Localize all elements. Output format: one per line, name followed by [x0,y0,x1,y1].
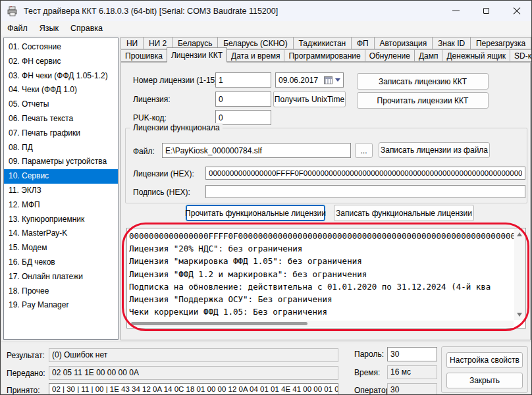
sidebar-item-pay-manager[interactable]: 19. Pay Manager [4,298,118,313]
calendar-icon [324,76,332,84]
tab-tajikistan[interactable]: Таджикистан [293,37,352,49]
printer-icon [7,6,18,16]
licenses-hex-label: Лицензии (HEX): [133,169,194,178]
received-label: Принято: [7,386,40,395]
sidebar-item-fn-service[interactable]: 02. ФН сервис [4,55,118,69]
sidebar-item-other[interactable]: 18. Прочее [4,284,118,299]
license-number-input[interactable] [215,72,271,88]
file-label: Файл: [133,147,155,156]
result-label: Результат: [7,351,45,360]
tab-strip: НИ НИ 2 Беларусь Беларусь (СКНО) Таджики… [120,37,531,62]
sidebar-item-status[interactable]: 01. Состояние [4,40,118,55]
sidebar-item-modem[interactable]: 15. Модем [4,241,118,255]
close-app-button[interactable]: Закрыть [446,373,523,388]
time-field: 16 мс [387,365,437,379]
signature-hex-input[interactable] [205,185,525,198]
sent-label: Передано: [7,369,45,378]
tab-belarus-skno[interactable]: Беларусь (СКНО) [217,37,293,49]
puk-label: PUK-код: [133,113,167,122]
operator-label: Оператор: [354,386,392,395]
licenses-output-memo[interactable]: 0000000000000000FFFF0F000000000000000000… [126,228,526,329]
menu-language[interactable]: Язык [34,22,65,34]
file-path-input[interactable] [162,143,351,158]
sidebar-item-print-text[interactable]: 06. Печать текста [4,112,118,126]
read-kkt-licenses-button[interactable]: Прочитать лицензии ККТ [357,92,489,109]
sidebar-item-print-graphics[interactable]: 07. Печать графики [4,126,118,141]
sidebar-item-checks[interactable]: 04. Чеки (ФФД 1.0) [4,83,118,97]
password-label: Пароль: [354,350,384,359]
section-list: 01. Состояние 02. ФН сервис 03. ФН чеки … [3,38,119,340]
tab-cash-drawer[interactable]: Денежный ящик [442,49,510,62]
func-licenses-group-title: Лицензии функционала [130,123,223,132]
received-field: 02 | 30 | 11 | 00 | 1E 43 34 12 0A 14 0C… [49,383,338,395]
tab-dump[interactable]: Дамп [414,49,443,62]
tab-page-licenses: Номер лицензии (1-15) 09.06.2017 Записат… [120,62,531,340]
scroll-up-icon[interactable] [517,232,522,236]
write-licenses-from-file-button[interactable]: Записать лицензии из файла [379,142,490,158]
tab-sd-card[interactable]: SD-карта [510,49,532,62]
license-date-value: 09.06.2017 [279,76,324,85]
read-func-licenses-button[interactable]: Прочитать функциональные лицензии [186,205,325,221]
vertical-scrollbar[interactable] [514,229,525,320]
license-number-label: Номер лицензии (1-15) [133,76,217,85]
get-unixtime-button[interactable]: Получить UnixTime [273,91,346,107]
properties-button[interactable]: Настройка свойств [446,352,523,368]
licenses-hex-input[interactable] [205,167,525,180]
menu-file[interactable]: Файл [1,22,34,34]
signature-hex-label: Подпись (HEX): [133,188,190,197]
maximize-button[interactable] [471,1,501,21]
sidebar-item-reports[interactable]: 05. Отчеты [4,97,118,112]
sidebar-item-check-db[interactable]: 16. БД чеков [4,255,118,270]
sent-field: 02 05 11 1E 00 00 00 0A [49,366,338,380]
sidebar-item-service[interactable]: 10. Сервис [4,169,118,184]
tab-programming[interactable]: Программирование [284,49,365,62]
sidebar-item-masterpay[interactable]: 14. MasterPay-K [4,226,118,241]
sidebar-item-mfp[interactable]: 12. МФП [4,198,118,213]
minimize-button[interactable] [440,1,471,21]
tab-reset[interactable]: Обнуление [365,49,415,62]
tab-znak-id[interactable]: Знак ID [432,37,471,49]
maximize-icon [483,8,489,14]
operator-field: 30 [387,383,437,395]
title-bar: Тест драйвера ККТ 6.18.0.3 (64-bit) [Ser… [1,1,531,21]
scroll-down-icon[interactable] [517,313,522,317]
status-panel: Результат: (0) Ошибок нет Передано: 02 0… [1,342,532,395]
tab-reboot[interactable]: Перезагрузка [470,37,531,49]
minimize-icon [452,11,460,11]
puk-input[interactable] [215,110,271,125]
menu-help[interactable]: Справка [65,22,109,34]
sidebar-item-fn-checks[interactable]: 03. ФН чеки (ФФД 1.05-1.2) [4,69,118,84]
menu-bar: Файл Язык Справка [1,21,531,36]
sidebar-item-pd[interactable]: 08. ПД [4,141,118,155]
app-window: Тест драйвера ККТ 6.18.0.3 (64-bit) [Ser… [0,0,532,395]
tab-ni[interactable]: НИ [120,37,144,49]
tab-authorization[interactable]: Авторизация [374,37,433,49]
time-label: Время: [354,368,380,377]
sidebar-item-device-params[interactable]: 09. Параметры устройства [4,155,118,169]
dropdown-arrow-icon [335,78,340,82]
horizontal-scroll-thumb[interactable] [131,322,307,325]
sidebar-item-bill-acceptor[interactable]: 13. Купюроприемник [4,213,118,227]
window-title: Тест драйвера ККТ 6.18.0.3 (64-bit) [Ser… [24,7,278,16]
sidebar-item-eklz[interactable]: 11. ЭКЛЗ [4,184,118,198]
tab-fp[interactable]: ФП [351,37,375,49]
tab-date-time[interactable]: Дата и время [226,49,284,62]
result-field: (0) Ошибок нет [49,348,338,362]
licenses-output-text: 0000000000000000FFFF0F000000000000000000… [129,230,514,320]
close-button[interactable] [501,1,531,21]
license-input[interactable] [215,92,271,107]
tab-firmware[interactable]: Прошивка [120,49,167,62]
write-func-licenses-button[interactable]: Записать функциональные лицензии [334,205,474,221]
sidebar-item-online-payments[interactable]: 17. Онлайн платежи [4,270,118,284]
write-kkt-license-button[interactable]: Записать лицензию ККТ [357,73,489,90]
license-label: Лицензия: [133,95,171,104]
license-date-picker[interactable]: 09.06.2017 [275,72,344,88]
horizontal-scrollbar[interactable] [128,321,514,327]
close-icon [513,7,520,14]
tab-kkt-licenses[interactable]: Лицензии ККТ [167,47,227,63]
browse-file-button[interactable]: ... [355,143,373,158]
password-input[interactable] [387,347,437,361]
